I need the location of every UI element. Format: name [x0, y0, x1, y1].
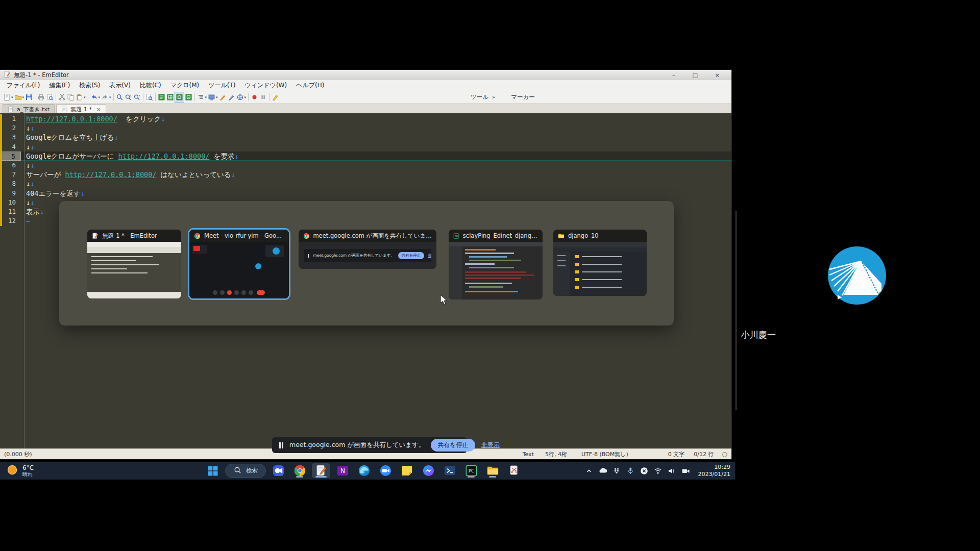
editor-line[interactable]: 1http://127.0.0.1:8000/ をクリック↓ — [0, 114, 731, 123]
text-segment: ↓ — [26, 198, 30, 207]
status-encoding[interactable]: UTF-8 (BOM無し) — [581, 450, 628, 458]
taskbar-app-pycharm[interactable]: PC — [462, 463, 480, 478]
menu-macro[interactable]: マクロ(M) — [166, 80, 204, 91]
paste-icon[interactable]: ▾ — [75, 92, 86, 103]
weather-widget[interactable]: 6°C 晴れ — [6, 464, 34, 478]
minimize-button[interactable]: – — [672, 72, 675, 79]
taskbar-app-emeditor[interactable] — [312, 463, 330, 478]
url-link-text[interactable]: http://127.0.0.1:8000/ — [65, 170, 157, 179]
onedrive-icon[interactable] — [598, 466, 607, 475]
html-browser-icon[interactable] — [184, 92, 193, 103]
toolbar: ツール » マーカー ▾▾▾▾▾▾▾▾ — [0, 91, 731, 104]
taskbar-app-explorer[interactable] — [483, 463, 502, 478]
editor-line[interactable]: 8↓↓ — [0, 179, 731, 188]
menu-compare[interactable]: 比較(C) — [135, 80, 166, 91]
start-button[interactable] — [204, 463, 222, 478]
hide-banner-link[interactable]: 非表示 — [481, 441, 500, 449]
task-thumbnail-share[interactable]: meet.google.com が画面を共有しています。meet.google.… — [299, 230, 436, 269]
task-thumbnail-explorer[interactable]: django_10 — [553, 230, 647, 296]
title-bar[interactable]: 無題-1 * - EmEditor – □ × — [0, 70, 731, 80]
task-thumbnail-ide[interactable]: PCsclayPing_Edinet_django –... — [449, 230, 543, 299]
taskbar-app-snipping-tool[interactable] — [505, 463, 523, 478]
taskbar-app-chrome[interactable] — [290, 463, 309, 478]
redo-icon[interactable]: ▾ — [101, 92, 112, 103]
sync-status-icon[interactable]: ○ — [722, 450, 727, 458]
editor-line[interactable]: 2↓↓ — [0, 123, 731, 133]
taskbar-app-messenger[interactable] — [419, 463, 437, 478]
menu-search[interactable]: 検索(S) — [75, 80, 105, 91]
status-line-count: 0/12 行 — [694, 450, 714, 458]
status-cursor-position[interactable]: 5行, 4桁 — [545, 450, 567, 458]
task-thumbnail-meet[interactable]: Meet - vio-rfur-yim - Goo... — [189, 230, 289, 298]
record-macro-icon[interactable] — [250, 92, 259, 103]
volume-icon[interactable] — [667, 466, 676, 475]
print-icon[interactable] — [37, 92, 45, 103]
menu-view[interactable]: 表示(V) — [105, 80, 135, 91]
find-in-files-icon[interactable] — [145, 92, 154, 103]
taskbar-app-meet-camera[interactable] — [269, 463, 287, 478]
new-file-icon[interactable]: ▾ — [3, 92, 14, 103]
tab-draft[interactable]: a_下書き.txt — [3, 104, 55, 114]
menu-help[interactable]: ヘルプ(H) — [291, 80, 329, 91]
editor-line[interactable]: 6↓↓ — [0, 161, 731, 170]
menu-edit[interactable]: 編集(E) — [44, 80, 75, 91]
editor-line[interactable]: 3Googleクロムを立ち上げる↓ — [0, 133, 731, 142]
outline-icon[interactable]: ▾ — [197, 92, 208, 103]
stop-sharing-button[interactable]: 共有を停止 — [431, 439, 475, 452]
html-css-icon[interactable] — [157, 92, 166, 103]
cut-icon[interactable] — [58, 92, 66, 103]
url-link-text[interactable]: http://127.0.0.1:8000/ — [118, 152, 210, 160]
find-next-icon[interactable] — [133, 92, 141, 103]
taskbar-app-onenote[interactable]: N — [333, 463, 352, 478]
html-preview-icon[interactable] — [175, 92, 184, 103]
web-preview-icon[interactable]: ▾ — [236, 92, 247, 103]
wifi-icon[interactable] — [653, 466, 663, 475]
mini-hide-link[interactable]: 非表示 — [428, 253, 431, 258]
open-file-icon[interactable]: ▾ — [14, 92, 25, 103]
print-preview-icon[interactable] — [45, 92, 54, 103]
editor-line[interactable]: 4↓↓ — [0, 142, 731, 152]
taskbar-app-zoom[interactable] — [376, 463, 395, 478]
task-thumbnail-emeditor[interactable]: 無題-1 * - EmEditor — [87, 230, 181, 298]
menu-window[interactable]: ウィンドウ(W) — [240, 80, 291, 91]
url-link-text[interactable]: http://127.0.0.1:8000/ — [26, 115, 117, 123]
tab-close-icon[interactable]: × — [96, 107, 101, 112]
tools-dropdown[interactable]: ツール — [471, 93, 488, 101]
display-mode-icon[interactable]: ▾ — [207, 92, 218, 103]
editor-line[interactable]: 7サーバーが http://127.0.0.1:8000/ はないよといっている… — [0, 170, 731, 179]
taskbar-search[interactable]: 検索 — [225, 464, 266, 478]
chevron-more-icon[interactable]: » — [492, 94, 495, 100]
pen-orange-icon[interactable] — [218, 92, 227, 103]
pen-blue-icon[interactable] — [227, 92, 236, 103]
find-icon[interactable] — [115, 92, 124, 103]
maximize-button[interactable]: □ — [692, 72, 697, 79]
tab-untitled[interactable]: 無題-1 *× — [56, 104, 106, 114]
find-previous-icon[interactable] — [124, 92, 133, 103]
mini-stop-sharing-button[interactable]: 共有を停止 — [398, 252, 425, 259]
dropbox-icon[interactable] — [612, 466, 621, 475]
editor-line[interactable]: 5Googleクロムがサーバーに http://127.0.0.1:8000/ … — [0, 152, 731, 161]
taskbar-app-sticky-notes[interactable] — [398, 463, 416, 478]
newline-mark: ↓ — [30, 198, 34, 207]
copy-icon[interactable] — [66, 92, 75, 103]
save-icon[interactable] — [24, 92, 33, 103]
microphone-icon[interactable] — [626, 466, 635, 475]
record-stop-icon[interactable] — [640, 466, 649, 475]
taskbar-clock[interactable]: 10:29 2023/01/21 — [698, 464, 730, 478]
close-button[interactable]: × — [715, 72, 720, 79]
menu-tools[interactable]: ツール(T) — [204, 80, 240, 91]
brush-icon[interactable] — [271, 92, 280, 103]
svg-text:PC: PC — [455, 235, 457, 237]
status-mode[interactable]: Text — [523, 451, 534, 458]
undo-icon[interactable]: ▾ — [90, 92, 101, 103]
chevron-up-icon[interactable] — [584, 466, 594, 475]
menu-file[interactable]: ファイル(F) — [2, 80, 44, 91]
taskbar-app-powershell[interactable] — [440, 463, 459, 478]
text-segment: 表示 — [26, 208, 40, 216]
html-table-icon[interactable] — [166, 92, 175, 103]
camera-icon[interactable] — [681, 466, 690, 475]
editor-line[interactable]: 9404エラーを返す↓ — [0, 189, 731, 198]
pause-macro-icon[interactable] — [259, 92, 267, 103]
marker-dropdown[interactable]: マーカー — [511, 93, 535, 101]
taskbar-app-edge[interactable] — [355, 463, 373, 478]
